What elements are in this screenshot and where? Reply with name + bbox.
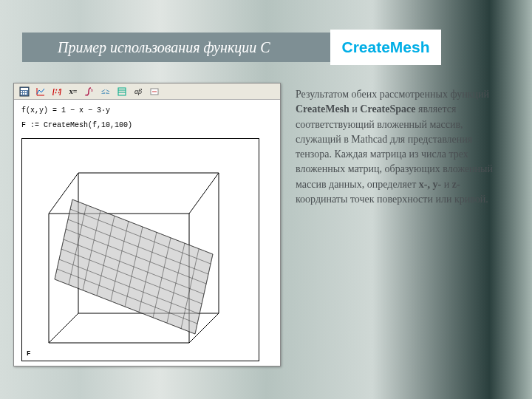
exp-part1: Результатом обеих рассмотренных функций	[296, 89, 489, 100]
exp-bold2: CreateSpace	[360, 103, 415, 115]
alpha-beta-icon[interactable]: αβ	[131, 85, 146, 98]
exp-bold3: x-, y-	[419, 179, 441, 190]
svg-rect-1	[21, 88, 28, 90]
exp-part2: и	[349, 103, 361, 115]
mathcad-window: [∷] x= ba ≤≥ αβ f(x,y) = 1 − x − 3·y F :…	[13, 83, 281, 366]
surface-plot: F	[21, 138, 259, 361]
formula-line-1: f(x,y) = 1 − x − 3·y	[21, 106, 273, 116]
svg-text:b: b	[91, 88, 93, 92]
plot-variable-label: F	[27, 349, 30, 359]
svg-rect-2	[21, 91, 22, 92]
surface-plot-svg	[27, 143, 256, 350]
svg-rect-12	[118, 88, 126, 95]
graph-icon[interactable]	[33, 85, 48, 98]
content-row: [∷] x= ba ≤≥ αβ f(x,y) = 1 − x − 3·y F :…	[13, 83, 502, 366]
exp-part4: и	[441, 179, 452, 190]
svg-line-18	[49, 313, 78, 343]
svg-text:a: a	[85, 92, 87, 97]
program-icon[interactable]	[115, 85, 129, 98]
formula-line-2: F := CreateMesh(f,10,100)	[21, 120, 273, 131]
explanation-text: Результатом обеих рассмотренных функций …	[296, 83, 502, 366]
exp-bold1: CreateMesh	[296, 103, 349, 115]
exp-part3: является соответствующий вложенный масси…	[296, 103, 493, 189]
svg-rect-7	[25, 93, 27, 95]
svg-rect-6	[23, 93, 24, 95]
vector-icon[interactable]: [∷]	[50, 85, 64, 98]
exp-bold4: z-	[452, 179, 460, 190]
integral-icon[interactable]: ba	[82, 85, 97, 98]
svg-rect-3	[23, 91, 24, 92]
svg-text:≥: ≥	[106, 87, 110, 95]
exp-part5: координаты точек поверхности или кривой.	[296, 194, 488, 205]
compare-icon[interactable]: ≤≥	[98, 85, 113, 98]
mathcad-toolbar: [∷] x= ba ≤≥ αβ	[14, 83, 280, 100]
slide-title-badge: CreateMesh	[330, 30, 441, 65]
svg-rect-4	[25, 91, 27, 92]
mathcad-document: f(x,y) = 1 − x − 3·y F := CreateMesh(f,1…	[14, 100, 280, 366]
x-equals-icon[interactable]: x=	[66, 85, 81, 98]
symbolic-icon[interactable]	[147, 85, 162, 98]
svg-line-20	[189, 173, 219, 214]
svg-rect-5	[21, 93, 22, 95]
slide-title-text: Пример использования функции C	[58, 39, 270, 56]
slide-title-badge-text: CreateMesh	[341, 38, 429, 56]
calculator-icon[interactable]	[17, 85, 32, 98]
